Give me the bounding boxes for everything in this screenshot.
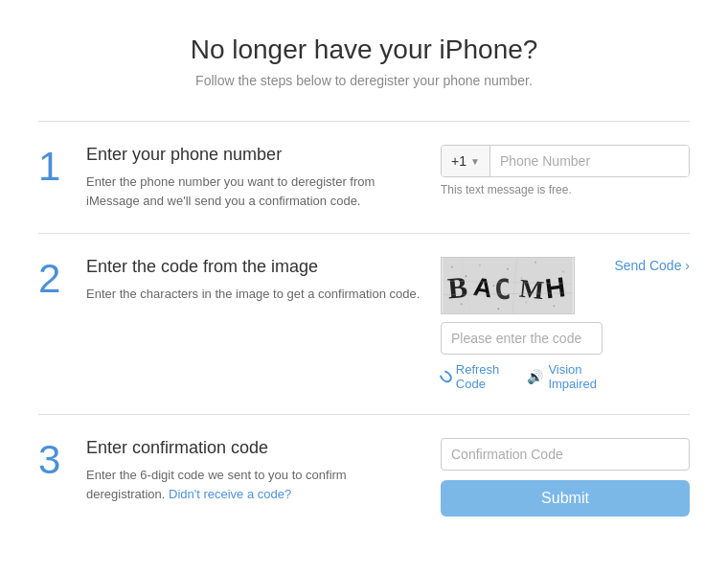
- step-1-row: 1 Enter your phone number Enter the phon…: [38, 121, 690, 233]
- send-code-button[interactable]: Send Code ›: [614, 241, 690, 273]
- captcha-code-input[interactable]: [441, 322, 603, 355]
- svg-text:A: A: [471, 272, 494, 303]
- captcha-actions: Refresh Code 🔊 Vision Impaired: [441, 362, 603, 391]
- captcha-image: B A C M H: [441, 257, 575, 314]
- step-3-desc: Enter the 6-digit code we sent to you to…: [86, 466, 421, 503]
- svg-text:M: M: [518, 274, 546, 306]
- svg-text:B: B: [446, 270, 469, 306]
- captcha-svg: B A C M H: [442, 258, 574, 313]
- step-3-content: Enter confirmation code Enter the 6-digi…: [86, 438, 441, 503]
- page-header: No longer have your iPhone? Follow the s…: [0, 0, 728, 111]
- svg-point-11: [497, 308, 499, 310]
- step-2-row: 2 Enter the code from the image Enter th…: [38, 233, 690, 414]
- page-subtitle: Follow the steps below to deregister you…: [19, 73, 709, 88]
- send-code-wrapper: Send Code ›: [603, 257, 690, 274]
- step-1-title: Enter your phone number: [86, 145, 421, 165]
- svg-text:C: C: [493, 273, 512, 307]
- step-3-title: Enter confirmation code: [86, 438, 421, 458]
- refresh-label: Refresh Code: [456, 362, 509, 391]
- speaker-icon: 🔊: [527, 369, 543, 384]
- confirmation-code-input[interactable]: [441, 438, 690, 471]
- page-title: No longer have your iPhone?: [19, 34, 709, 65]
- steps-container: 1 Enter your phone number Enter the phon…: [0, 111, 728, 568]
- captcha-wrap: B A C M H: [441, 257, 690, 391]
- vision-label: Vision Impaired: [548, 362, 603, 391]
- refresh-code-button[interactable]: Refresh Code: [441, 362, 508, 391]
- svg-point-13: [553, 305, 555, 307]
- step-3-row: 3 Enter confirmation code Enter the 6-di…: [38, 414, 690, 540]
- svg-point-7: [535, 262, 536, 264]
- step-1-content: Enter your phone number Enter the phone …: [86, 145, 441, 210]
- no-code-link[interactable]: Didn't receive a code?: [169, 487, 291, 501]
- step-2-number: 2: [38, 257, 86, 299]
- captcha-content: B A C M H: [441, 257, 603, 391]
- refresh-icon: [438, 368, 455, 385]
- phone-number-input[interactable]: [490, 146, 689, 176]
- step-1-input-area: +1 ▼ This text message is free.: [441, 145, 690, 196]
- svg-text:H: H: [543, 271, 567, 304]
- svg-point-1: [451, 266, 453, 268]
- chevron-down-icon: ▼: [470, 156, 480, 167]
- country-code-value: +1: [451, 153, 466, 169]
- step-2-content: Enter the code from the image Enter the …: [86, 257, 441, 304]
- step-1-desc: Enter the phone number you want to dereg…: [86, 172, 421, 210]
- step-3-number: 3: [38, 438, 86, 480]
- vision-impaired-button[interactable]: 🔊 Vision Impaired: [527, 362, 603, 391]
- free-message: This text message is free.: [441, 183, 690, 196]
- svg-point-3: [479, 264, 481, 266]
- step-2-title: Enter the code from the image: [86, 257, 421, 277]
- country-code-selector[interactable]: +1 ▼: [442, 146, 490, 176]
- step-2-input-area: B A C M H: [441, 257, 690, 391]
- step-2-desc: Enter the characters in the image to get…: [86, 285, 421, 304]
- step-1-number: 1: [38, 145, 86, 187]
- step-3-input-area: Submit: [441, 438, 690, 517]
- svg-point-5: [507, 268, 509, 270]
- phone-input-group: +1 ▼: [441, 145, 690, 177]
- submit-button[interactable]: Submit: [441, 480, 690, 517]
